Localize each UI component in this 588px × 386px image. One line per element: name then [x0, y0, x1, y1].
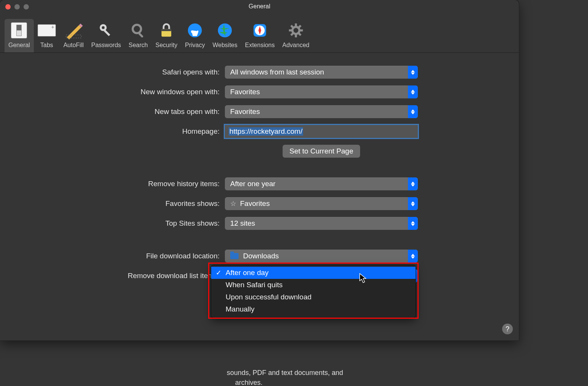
window-title: General: [0, 3, 519, 10]
autofill-icon: [65, 21, 83, 40]
select-download-location[interactable]: Downloads: [225, 250, 418, 263]
tabs-icon: [38, 21, 56, 40]
svg-line-20: [299, 25, 301, 28]
svg-line-19: [299, 33, 301, 35]
label-homepage: Homepage:: [0, 127, 225, 136]
select-download-location-value: Downloads: [243, 252, 279, 260]
svg-line-21: [291, 33, 293, 35]
lock-icon: [157, 21, 175, 40]
chevron-updown-icon: [408, 66, 418, 79]
tab-websites-label: Websites: [212, 42, 237, 49]
tab-tabs-label: Tabs: [40, 42, 53, 49]
tab-privacy[interactable]: Privacy: [181, 19, 209, 52]
tab-autofill[interactable]: AutoFill: [60, 19, 87, 52]
tab-tabs[interactable]: Tabs: [34, 19, 60, 52]
tab-security[interactable]: Security: [152, 19, 181, 52]
select-safari-opens-with[interactable]: All windows from last session: [225, 66, 418, 79]
svg-rect-3: [104, 30, 111, 36]
input-homepage[interactable]: https://rocketyard.com/: [225, 125, 418, 138]
svg-rect-5: [138, 33, 144, 38]
svg-line-18: [291, 25, 293, 28]
label-new-windows: New windows open with:: [0, 88, 225, 96]
menu-item-when-safari-quits[interactable]: When Safari quits: [211, 279, 416, 291]
label-remove-downloads: Remove download list items:: [0, 272, 225, 280]
select-top-sites-value: 12 sites: [230, 219, 255, 228]
tab-extensions[interactable]: Extensions: [241, 19, 278, 52]
privacy-icon: [186, 21, 204, 40]
star-icon: ☆: [230, 199, 236, 208]
tab-websites[interactable]: Websites: [209, 19, 241, 52]
menu-item-manually[interactable]: Manually: [211, 303, 416, 315]
key-icon: [97, 21, 115, 40]
label-safari-opens-with: Safari opens with:: [0, 68, 225, 76]
select-new-tabs-value: Favorites: [230, 108, 260, 116]
chevron-updown-icon: [408, 250, 418, 263]
select-safari-opens-with-value: All windows from last session: [230, 68, 324, 76]
select-new-tabs[interactable]: Favorites: [225, 105, 418, 118]
tab-advanced[interactable]: Advanced: [278, 19, 313, 52]
label-new-tabs: New tabs open with:: [0, 108, 225, 116]
select-remove-history-value: After one year: [230, 180, 275, 188]
safe-files-description-line: sounds, PDF and text documents, and: [227, 369, 343, 377]
general-icon: [10, 21, 28, 40]
chevron-updown-icon: [408, 105, 418, 118]
tab-search[interactable]: Search: [125, 19, 152, 52]
globe-icon: [216, 21, 234, 40]
svg-point-13: [292, 27, 299, 34]
svg-point-2: [102, 26, 104, 29]
tab-passwords-label: Passwords: [91, 42, 121, 49]
tab-general[interactable]: General: [5, 19, 34, 52]
gear-icon: [287, 21, 305, 40]
label-favorites-shows: Favorites shows:: [0, 199, 225, 208]
tab-extensions-label: Extensions: [245, 42, 275, 49]
titlebar: General: [0, 0, 519, 13]
tab-general-label: General: [8, 42, 30, 49]
tab-security-label: Security: [155, 42, 177, 49]
general-pane: Safari opens with: All windows from last…: [0, 53, 519, 355]
safe-files-description-line2: archives.: [235, 379, 262, 386]
help-icon: ?: [506, 325, 509, 333]
search-icon: [129, 21, 147, 40]
label-download-location: File download location:: [0, 252, 225, 260]
tab-autofill-label: AutoFill: [63, 42, 84, 49]
select-top-sites[interactable]: 12 sites: [225, 217, 418, 230]
preferences-window: General General Tabs AutoFill Passwords: [0, 0, 519, 340]
tab-search-label: Search: [129, 42, 148, 49]
chevron-updown-icon: [408, 197, 418, 210]
set-current-page-label: Set to Current Page: [289, 147, 353, 155]
extensions-icon: [251, 21, 269, 40]
select-favorites-shows-value: Favorites: [240, 199, 270, 208]
tab-privacy-label: Privacy: [185, 42, 205, 49]
select-new-windows-value: Favorites: [230, 88, 260, 96]
label-top-sites: Top Sites shows:: [0, 219, 225, 228]
set-current-page-button[interactable]: Set to Current Page: [283, 145, 360, 158]
menu-item-upon-successful-download[interactable]: Upon successful download: [211, 291, 416, 303]
tab-passwords[interactable]: Passwords: [87, 19, 125, 52]
chevron-updown-icon: [408, 217, 418, 230]
label-remove-history: Remove history items:: [0, 180, 225, 188]
select-remove-history[interactable]: After one year: [225, 177, 418, 190]
remove-downloads-menu[interactable]: After one day When Safari quits Upon suc…: [211, 265, 416, 318]
input-homepage-value: https://rocketyard.com/: [229, 127, 303, 136]
tab-advanced-label: Advanced: [282, 42, 309, 49]
folder-icon: [230, 253, 239, 259]
chevron-updown-icon: [408, 85, 418, 98]
svg-rect-7: [161, 29, 171, 31]
select-new-windows[interactable]: Favorites: [225, 85, 418, 98]
help-button[interactable]: ?: [502, 324, 513, 334]
svg-point-4: [133, 25, 141, 33]
menu-item-after-one-day[interactable]: After one day: [211, 267, 416, 279]
chevron-updown-icon: [408, 177, 418, 190]
preferences-toolbar: General Tabs AutoFill Passwords Search: [0, 13, 519, 53]
select-favorites-shows[interactable]: ☆ Favorites: [225, 197, 418, 210]
